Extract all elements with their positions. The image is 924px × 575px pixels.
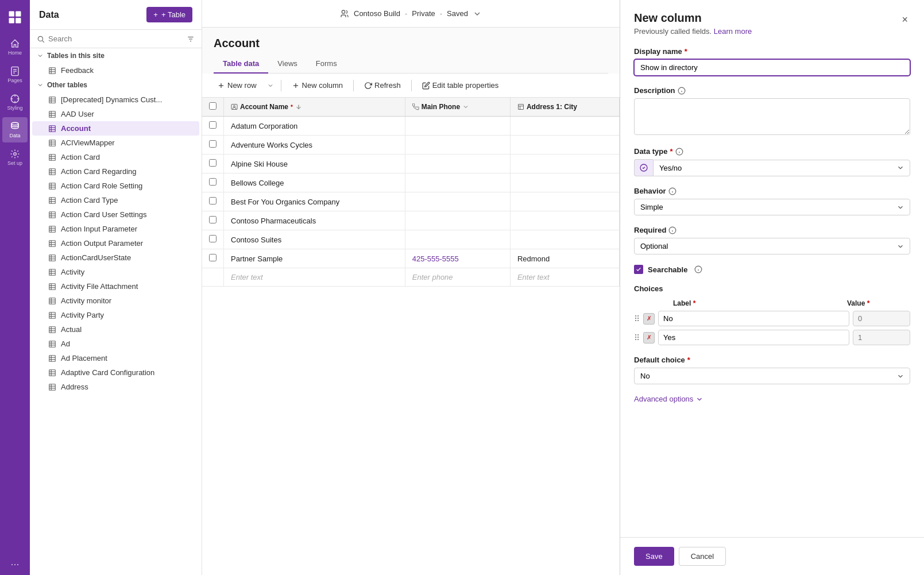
sidebar-item-action-output-parameter[interactable]: Action Output Parameter: [32, 236, 199, 250]
new-address-cell[interactable]: Enter text: [510, 268, 619, 287]
info-icon[interactable]: [675, 148, 683, 156]
svg-rect-52: [49, 211, 56, 218]
info-icon[interactable]: [678, 87, 686, 95]
new-column-button[interactable]: New column: [286, 78, 349, 92]
main-phone-cell: [405, 192, 510, 211]
required-select[interactable]: Optional Business required Business reco…: [634, 238, 910, 254]
behavior-select[interactable]: Simple Calculated Rollup: [634, 199, 910, 215]
svg-rect-88: [49, 341, 56, 347]
sidebar-item-action-card-type[interactable]: Action Card Type: [32, 193, 199, 207]
required-label: Required: [634, 226, 910, 234]
chevron-down-icon[interactable]: [473, 9, 482, 18]
edit-table-button[interactable]: Edit table properties: [416, 78, 505, 92]
searchable-checkbox[interactable]: [634, 265, 643, 274]
content-header: Account Table data Views Forms: [202, 28, 620, 74]
choice-value-no-input[interactable]: [853, 311, 910, 326]
sort-icon[interactable]: [295, 103, 302, 110]
section-other-tables[interactable]: Other tables: [30, 78, 202, 92]
row-checkbox[interactable]: [209, 140, 216, 148]
nav-more[interactable]: ...: [10, 556, 19, 568]
behavior-select-wrapper: Simple Calculated Rollup: [634, 199, 910, 215]
sidebar-item-activity-monitor[interactable]: Activity monitor: [32, 294, 199, 308]
display-name-input[interactable]: [634, 59, 910, 76]
sidebar-item-action-input-parameter[interactable]: Action Input Parameter: [32, 222, 199, 236]
sidebar-item-action-card[interactable]: Action Card: [32, 150, 199, 164]
row-checkbox-cell: [202, 192, 224, 211]
sidebar-item-activity-file-attachment[interactable]: Activity File Attachment: [32, 279, 199, 294]
drag-handle-yes[interactable]: ⠿: [634, 333, 640, 342]
learn-more-link[interactable]: Learn more: [714, 27, 752, 36]
new-account-name-cell[interactable]: Enter text: [224, 268, 405, 287]
sidebar-item-address[interactable]: Address: [32, 380, 199, 394]
label-header: Label: [673, 299, 695, 307]
sidebar-item-aciviewmapper[interactable]: ACIViewMapper: [32, 136, 199, 150]
choice-value-yes-input[interactable]: [853, 330, 910, 345]
project-visibility: Private: [412, 9, 435, 18]
svg-point-110: [234, 106, 235, 107]
cancel-button[interactable]: Cancel: [679, 547, 726, 566]
tab-table-data[interactable]: Table data: [214, 55, 268, 74]
info-icon[interactable]: [668, 187, 676, 195]
plus-icon: [292, 82, 300, 90]
sidebar-item-deprecated-dynamics[interactable]: [Deprecated] Dynamics Cust...: [32, 92, 199, 107]
info-icon[interactable]: [668, 226, 676, 234]
info-icon[interactable]: [694, 265, 702, 273]
sidebar-item-ad-placement[interactable]: Ad Placement: [32, 351, 199, 365]
nav-setup[interactable]: Set up: [2, 145, 28, 170]
behavior-label: Behavior: [634, 187, 910, 195]
default-choice-label: Default choice *: [634, 356, 910, 364]
sidebar-item-actioncarduserstate[interactable]: ActionCardUserState: [32, 250, 199, 265]
address-city-cell: [510, 136, 619, 155]
row-checkbox[interactable]: [209, 235, 216, 242]
sidebar-item-ad[interactable]: Ad: [32, 337, 199, 351]
new-row-dropdown-button[interactable]: [265, 79, 276, 92]
new-main-phone-cell[interactable]: Enter phone: [405, 268, 510, 287]
select-all-checkbox[interactable]: [209, 102, 216, 110]
choice-color-no[interactable]: ✗: [643, 313, 655, 325]
panel-close-button[interactable]: ×: [899, 11, 910, 28]
section-tables-in-site[interactable]: Tables in this site: [30, 48, 202, 63]
sidebar-item-activity[interactable]: Activity: [32, 265, 199, 279]
save-button[interactable]: Save: [634, 547, 674, 566]
nav-pages[interactable]: Pages: [2, 62, 28, 87]
row-checkbox[interactable]: [209, 178, 216, 186]
sidebar-item-aad-user[interactable]: AAD User: [32, 107, 199, 121]
row-checkbox[interactable]: [209, 216, 216, 223]
advanced-options-button[interactable]: Advanced options: [634, 395, 703, 403]
description-input[interactable]: [634, 98, 910, 135]
choice-label-yes-input[interactable]: [658, 330, 849, 345]
row-checkbox[interactable]: [209, 121, 216, 129]
sidebar-item-action-card-user-settings[interactable]: Action Card User Settings: [32, 207, 199, 222]
tab-views[interactable]: Views: [268, 55, 306, 74]
choice-label-no-input[interactable]: [658, 311, 849, 326]
sidebar-item-action-card-role-setting[interactable]: Action Card Role Setting: [32, 179, 199, 193]
nav-styling[interactable]: Styling: [2, 90, 28, 115]
search-input[interactable]: [48, 34, 183, 43]
choice-color-yes[interactable]: ✗: [643, 332, 655, 344]
drag-handle-no[interactable]: ⠿: [634, 314, 640, 323]
default-choice-select[interactable]: No Yes: [634, 368, 910, 384]
sidebar-item-feedback[interactable]: Feedback: [32, 63, 199, 78]
add-table-button[interactable]: + + Table: [146, 7, 192, 22]
nav-data[interactable]: Data: [2, 117, 28, 142]
sidebar-item-action-card-regarding[interactable]: Action Card Regarding: [32, 164, 199, 179]
toolbar-divider-2: [353, 80, 354, 91]
data-type-select[interactable]: Yes/no Text Number Date Choice: [653, 160, 910, 176]
sidebar-item-account[interactable]: Account •••: [32, 121, 199, 136]
svg-point-104: [342, 10, 345, 13]
tab-forms[interactable]: Forms: [307, 55, 346, 74]
account-name-cell: Contoso Suites: [224, 230, 405, 249]
row-checkbox[interactable]: [209, 159, 216, 167]
filter-icon[interactable]: [187, 35, 195, 43]
choice-row-yes: ⠿ ✗: [634, 330, 910, 345]
col-address: Address 1: City: [510, 98, 619, 117]
sidebar-item-adaptive-card-configuration[interactable]: Adaptive Card Configuration: [32, 365, 199, 380]
row-checkbox[interactable]: [209, 197, 216, 204]
refresh-button[interactable]: Refresh: [358, 78, 407, 92]
sort-icon[interactable]: [462, 103, 469, 110]
new-row-button[interactable]: New row: [211, 78, 262, 92]
row-checkbox[interactable]: [209, 254, 216, 261]
sidebar-item-activity-party[interactable]: Activity Party: [32, 308, 199, 322]
sidebar-item-actual[interactable]: Actual: [32, 322, 199, 337]
nav-home[interactable]: Home: [2, 34, 28, 60]
